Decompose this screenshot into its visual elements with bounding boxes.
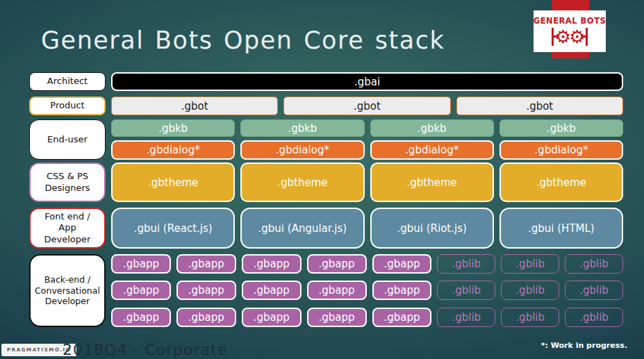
gbdialog-box: .gbdialog* — [370, 140, 494, 160]
gbtheme-box: .gbtheme — [240, 162, 364, 202]
backend-row-2: .gbapp .gbapp .gbapp .gbapp .gbapp .gbli… — [111, 281, 623, 300]
gblib-box: .gblib — [565, 308, 623, 327]
role-label-end-user: End-user — [29, 119, 106, 160]
gblib-box: .gblib — [565, 254, 623, 274]
gblib-box: .gblib — [437, 281, 495, 300]
gblib-box: .gblib — [565, 281, 623, 300]
slide-footer-label: 2018Q4 - Corporate — [63, 341, 227, 358]
gbot-row: .gbot .gbot .gbot — [111, 97, 623, 115]
gbkb-box: .gbkb — [111, 119, 235, 137]
gbtheme-box: .gbtheme — [370, 162, 494, 202]
gbui-html-box: .gbui (HTML) — [499, 208, 623, 249]
gbapp-box: .gbapp — [372, 308, 432, 327]
gbot-box: .gbot — [111, 97, 278, 115]
role-frontend-text: Font end / App Developer — [35, 211, 100, 245]
role-enduser-text: End-user — [47, 134, 88, 145]
gbtheme-row: .gbtheme .gbtheme .gbtheme .gbtheme — [111, 162, 623, 202]
gbot-box: .gbot — [283, 97, 450, 115]
gear-icon: ⚙⚙ — [555, 28, 584, 46]
gblib-box: .gblib — [501, 254, 559, 274]
gbai-row: .gbai — [111, 72, 623, 91]
gbkb-box: .gbkb — [499, 119, 623, 137]
role-label-frontend-app-developer: Font end / App Developer — [29, 208, 106, 249]
gbui-row: .gbui (React.js) .gbui (Angular.js) .gbu… — [111, 208, 623, 249]
gbui-angular-box: .gbui (Angular.js) — [240, 208, 364, 249]
gbui-react-box: .gbui (React.js) — [111, 208, 235, 249]
gbdialog-box: .gbdialog* — [499, 140, 623, 160]
gbot-box: .gbot — [456, 97, 623, 115]
gbapp-box: .gbapp — [242, 308, 302, 327]
gbapp-box: .gbapp — [176, 281, 236, 300]
role-label-backend-conversational-developer: Back-end / Conversational Developer — [29, 254, 106, 327]
role-label-product: Product — [29, 97, 106, 115]
page-title: General Bots Open Core stack — [41, 26, 445, 54]
role-label-css-ps-designers: CSS & PS Designers — [29, 162, 106, 202]
gbapp-box: .gbapp — [242, 281, 302, 300]
gear-line-right — [586, 28, 588, 46]
role-product-text: Product — [50, 100, 84, 111]
gbapp-box: .gbapp — [307, 281, 367, 300]
gear-line-left — [552, 28, 554, 46]
gbapp-box: .gbapp — [307, 308, 367, 327]
gears-icon: ⚙⚙ — [552, 26, 588, 47]
gblib-box: .gblib — [437, 254, 495, 274]
gbkb-row: .gbkb .gbkb .gbkb .gbkb — [111, 119, 623, 137]
gbapp-box: .gbapp — [111, 281, 171, 300]
gblib-box: .gblib — [501, 281, 559, 300]
gbapp-box: .gbapp — [176, 308, 236, 327]
work-in-progress-note: *: Work in progress. — [541, 341, 627, 350]
gbkb-box: .gbkb — [370, 119, 494, 137]
gbkb-box: .gbkb — [240, 119, 364, 137]
gbapp-box: .gbapp — [111, 308, 171, 327]
role-backend-text: Back-end / Conversational Developer — [35, 274, 100, 307]
gbdialog-box: .gbdialog* — [240, 140, 364, 160]
role-architect-text: Architect — [47, 76, 88, 87]
gblib-box: .gblib — [501, 308, 559, 327]
gblib-box: .gblib — [437, 308, 495, 327]
gbui-riot-box: .gbui (Riot.js) — [370, 208, 494, 249]
gbapp-box: .gbapp — [372, 281, 432, 300]
gbapp-box: .gbapp — [242, 254, 302, 274]
gbdialog-box: .gbdialog* — [111, 140, 235, 160]
gbtheme-box: .gbtheme — [111, 162, 235, 202]
general-bots-logo: GENERAL BOTS ⚙⚙ — [534, 10, 606, 52]
gbai-box: .gbai — [111, 72, 623, 91]
gbapp-box: .gbapp — [111, 254, 171, 274]
role-label-architect: Architect — [29, 72, 106, 91]
backend-row-3: .gbapp .gbapp .gbapp .gbapp .gbapp .gbli… — [111, 308, 623, 327]
gbapp-box: .gbapp — [176, 254, 236, 274]
gbdialog-row: .gbdialog* .gbdialog* .gbdialog* .gbdial… — [111, 140, 623, 160]
logo-brand-text: GENERAL BOTS — [534, 16, 606, 26]
gbtheme-box: .gbtheme — [499, 162, 623, 202]
role-css-text: CSS & PS Designers — [35, 171, 100, 194]
gbapp-box: .gbapp — [372, 254, 432, 274]
gbapp-box: .gbapp — [307, 254, 367, 274]
backend-row-1: .gbapp .gbapp .gbapp .gbapp .gbapp .gbli… — [111, 254, 623, 274]
